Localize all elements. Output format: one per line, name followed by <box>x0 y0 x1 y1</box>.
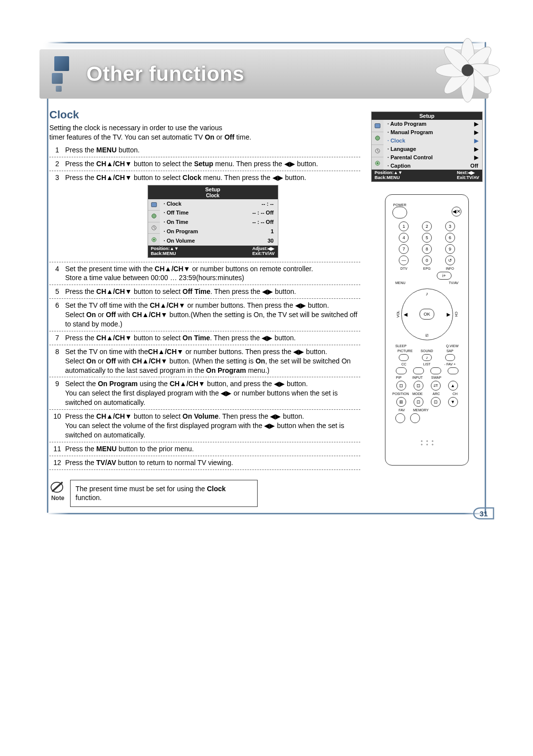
swap-button: ⮂ <box>431 381 441 391</box>
mute-button: ◀✕ <box>452 207 461 216</box>
color-btn-3 <box>430 367 441 374</box>
sound-button: ♪ <box>422 354 432 361</box>
tab-setup-icon <box>372 157 383 170</box>
num-0-button: 0 <box>422 255 432 265</box>
osd-row: On Time-- : -- Off <box>160 217 278 227</box>
dpad-down-icon: ⎚ <box>425 332 428 338</box>
osd-row: Language▶ <box>383 145 482 153</box>
left-right-icon: ◀▶ <box>264 421 275 431</box>
step-2: 2 Press the CH▲/CH▼ button to select the… <box>49 157 360 171</box>
left-right-icon: ◀▶ <box>262 287 273 296</box>
num-1-button: 1 <box>399 221 409 231</box>
left-right-icon: ◀▶ <box>270 412 281 421</box>
note-label: Note <box>51 495 65 502</box>
num-9-button: 9 <box>445 244 455 254</box>
ok-button: OK <box>419 309 434 320</box>
instruction-steps: 1 Press the MENU button. 2 Press the CH▲… <box>49 144 360 470</box>
step-8: 8 Set the TV on time with theCH▲/CH▼ or … <box>49 345 360 377</box>
page-border-left <box>47 43 48 513</box>
header-cubes-graphic <box>52 49 84 99</box>
fav-button <box>395 413 405 423</box>
menu-label: MENU <box>395 281 406 285</box>
memory-label: MEMORY <box>413 408 426 412</box>
color-btn-4 <box>448 367 458 374</box>
svg-point-10 <box>152 214 156 218</box>
info-label: INFO <box>444 267 457 270</box>
section-heading-clock: Clock <box>49 108 360 121</box>
power-label: POWER <box>392 203 407 207</box>
setup-osd-screenshot: Setup Auto Program▶ Manual Program▶ Cloc… <box>371 111 483 182</box>
mode-label: MODE <box>411 392 424 396</box>
svg-point-13 <box>153 239 155 241</box>
pen-icon <box>49 480 66 495</box>
num-3-button: 3 <box>445 221 455 231</box>
speaker-dots <box>392 440 461 445</box>
step-11: 11 Press the MENU button to the prior me… <box>49 442 360 456</box>
svg-point-19 <box>377 162 379 164</box>
clock-osd-screenshot: SetupClock Clock-- : -- <box>148 185 278 257</box>
num-7-button: 7 <box>399 244 409 254</box>
info-wide-button: i+ <box>437 272 452 280</box>
vol-label: VOL <box>396 311 400 318</box>
left-right-icon: ◀▶ <box>293 347 304 357</box>
left-right-icon: ◀▶ <box>274 379 285 389</box>
step-10: 10 Press the CH▲/CH▼ button to select On… <box>49 409 360 442</box>
osd-row: Off Time-- : -- Off <box>160 208 278 217</box>
position-button: ⊞ <box>396 397 406 407</box>
dpad-right-icon: ▶ <box>447 312 451 317</box>
note-callout: Note The present time must be set for us… <box>49 480 360 507</box>
num-8-button: 8 <box>422 244 432 254</box>
sleep-label: SLEEP <box>395 344 407 348</box>
ch-up-button: ▲ <box>448 381 458 391</box>
step-1: 1 Press the MENU button. <box>49 144 360 157</box>
list-label: LIST <box>420 362 433 366</box>
osd-row: Clock-- : -- <box>160 199 278 209</box>
recall-button: ↺ <box>445 255 455 265</box>
tvav-label: TV/AV <box>449 281 458 285</box>
color-btn-2 <box>413 367 424 374</box>
step-6: 6 Set the TV off time with the CH▲/CH▼ o… <box>49 298 360 331</box>
swap-label: SWAP <box>430 376 443 379</box>
tab-time-icon <box>148 222 160 234</box>
fav-label: - FAV + <box>444 362 457 366</box>
osd-row: Auto Program▶ <box>383 120 482 128</box>
cc-label: CC <box>397 362 410 366</box>
page-title: Other functions <box>86 62 244 86</box>
tab-picture-icon <box>148 199 160 211</box>
page-number-badge: 31 <box>473 507 495 520</box>
tab-time-icon <box>372 145 383 157</box>
step-4: 4 Set the present time with the CH▲/CH▼ … <box>49 262 360 285</box>
pip-label: PIP <box>392 376 405 379</box>
remote-control-illustration: POWER ◀✕ 123 456 789 —0↺ DTVEPGINFO i+ M… <box>385 194 469 466</box>
intro-text: Setting the clock is necessary in order … <box>49 123 360 142</box>
dpad-left-icon: ◀ <box>404 312 408 317</box>
sap-button <box>445 354 455 361</box>
power-button <box>392 207 407 218</box>
dpad: OK ♪ ⎚ ◀ ▶ <box>401 288 453 340</box>
mode-button: ⊡ <box>414 397 423 407</box>
osd-row: CaptionOff <box>383 162 482 170</box>
tab-picture-icon <box>372 120 383 132</box>
sound-label: SOUND <box>420 349 433 353</box>
svg-point-16 <box>376 136 380 141</box>
left-right-icon: ◀▶ <box>262 333 272 343</box>
left-right-icon: ◀▶ <box>295 301 306 310</box>
sap-label: SAP <box>444 349 457 353</box>
step-7: 7 Press the CH▲/CH▼ button to select On … <box>49 331 360 345</box>
note-text: The present time must be set for using t… <box>70 480 258 507</box>
step-12: 12 Press the TV/AV button to return to n… <box>49 456 360 470</box>
num-5-button: 5 <box>422 233 432 243</box>
input-button: ⊡ <box>414 381 423 391</box>
memory-button <box>410 413 420 423</box>
osd-row: On Program1 <box>160 227 278 236</box>
osd-row: Manual Program▶ <box>383 128 482 137</box>
osd-row-highlighted: Clock▶ <box>383 137 482 145</box>
svg-rect-9 <box>151 202 156 207</box>
dash-button: — <box>399 255 409 265</box>
flower-graphic <box>434 37 501 104</box>
input-label: INPUT <box>411 376 424 379</box>
arc-button: ⊡ <box>431 397 441 407</box>
osd-row: Parental Control▶ <box>383 153 482 162</box>
svg-point-8 <box>461 64 473 76</box>
ch-label: CH <box>455 312 458 317</box>
